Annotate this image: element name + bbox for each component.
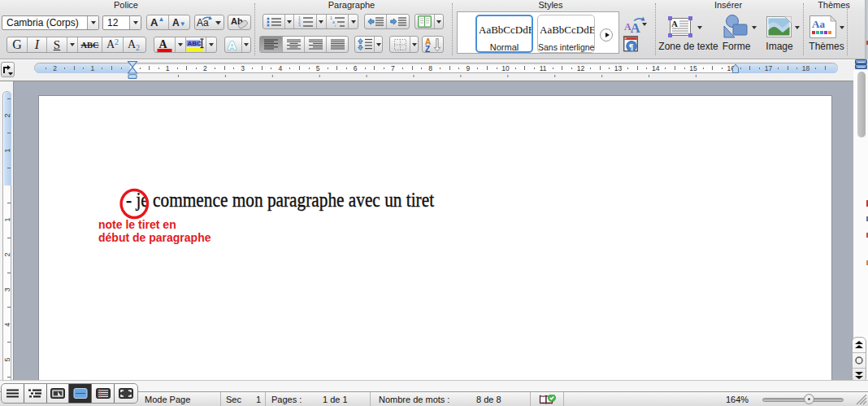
svg-text:Aa: Aa: [812, 18, 825, 30]
svg-text:A: A: [631, 20, 641, 34]
svg-text:i: i: [335, 24, 336, 27]
svg-text:¶: ¶: [629, 42, 634, 51]
svg-text:3: 3: [298, 24, 301, 27]
svg-text:A: A: [671, 19, 678, 28]
svg-text:ABC: ABC: [187, 40, 202, 47]
svg-text:A: A: [159, 38, 168, 50]
svg-text:Z: Z: [425, 45, 430, 53]
svg-text:A: A: [228, 38, 237, 52]
